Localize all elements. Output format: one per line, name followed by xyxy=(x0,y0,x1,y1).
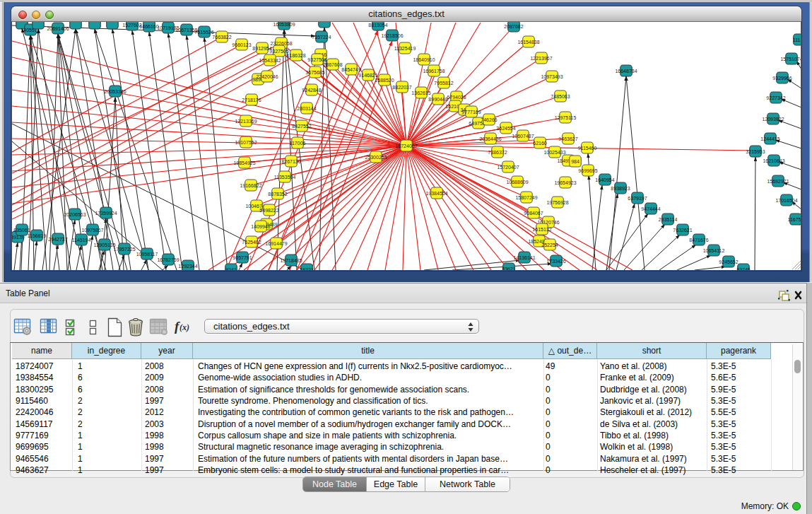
svg-text:19166822: 19166822 xyxy=(240,183,261,188)
svg-text:1292344: 1292344 xyxy=(178,264,197,269)
svg-text:16053809: 16053809 xyxy=(273,22,295,27)
svg-text:7632621: 7632621 xyxy=(673,228,692,233)
svg-text:11353594: 11353594 xyxy=(274,175,296,180)
svg-text:9474444: 9474444 xyxy=(641,206,660,211)
svg-text:15807249: 15807249 xyxy=(515,195,537,200)
svg-text:1362615: 1362615 xyxy=(411,90,430,95)
svg-text:10958117: 10958117 xyxy=(136,252,158,257)
svg-text:14136141: 14136141 xyxy=(513,255,535,260)
svg-text:5498222: 5498222 xyxy=(259,208,278,213)
svg-text:16648784: 16648784 xyxy=(615,69,637,74)
svg-text:8471676: 8471676 xyxy=(689,238,708,243)
svg-text:10025433: 10025433 xyxy=(543,150,565,155)
svg-text:2718176: 2718176 xyxy=(242,98,261,103)
svg-text:10688609: 10688609 xyxy=(506,180,528,185)
svg-text:984: 984 xyxy=(571,159,579,164)
svg-text:(x): (x) xyxy=(180,322,189,332)
svg-text:15751074: 15751074 xyxy=(780,57,801,62)
svg-text:7955812: 7955812 xyxy=(434,81,453,86)
svg-text:1244415: 1244415 xyxy=(760,136,779,141)
svg-text:1640954: 1640954 xyxy=(595,177,614,182)
svg-text:16210643: 16210643 xyxy=(763,158,784,163)
svg-text:1409948: 1409948 xyxy=(251,224,270,229)
svg-text:16154838: 16154838 xyxy=(517,40,539,45)
svg-text:17016504: 17016504 xyxy=(775,198,797,203)
svg-text:17359924: 17359924 xyxy=(95,211,117,216)
svg-text:9657791: 9657791 xyxy=(233,255,252,260)
svg-text:11123: 11123 xyxy=(793,37,801,42)
svg-text:9245652: 9245652 xyxy=(719,259,738,264)
svg-text:117006: 117006 xyxy=(290,141,306,146)
svg-text:8878352: 8878352 xyxy=(268,192,287,197)
svg-text:19718485: 19718485 xyxy=(280,258,302,263)
svg-text:12093822: 12093822 xyxy=(762,117,784,122)
svg-text:6794028: 6794028 xyxy=(447,95,466,100)
svg-text:7625402: 7625402 xyxy=(242,240,261,245)
svg-text:1733426: 1733426 xyxy=(546,259,565,264)
svg-text:2803144: 2803144 xyxy=(297,106,316,111)
svg-text:8454749: 8454749 xyxy=(341,67,360,72)
svg-text:9242848: 9242848 xyxy=(302,88,321,93)
svg-text:15720407: 15720407 xyxy=(497,165,519,170)
svg-text:15692971: 15692971 xyxy=(767,179,789,184)
svg-text:9084067: 9084067 xyxy=(524,211,543,216)
svg-text:12975115: 12975115 xyxy=(555,115,577,120)
svg-text:252254: 252254 xyxy=(541,243,558,247)
svg-text:19218506: 19218506 xyxy=(381,33,403,38)
svg-text:7386372: 7386372 xyxy=(488,150,507,155)
svg-text:16961758: 16961758 xyxy=(423,69,445,74)
svg-text:19384554: 19384554 xyxy=(425,191,447,196)
svg-text:20364436: 20364436 xyxy=(479,136,501,141)
svg-text:20691406: 20691406 xyxy=(47,26,69,31)
svg-text:7663822: 7663822 xyxy=(212,35,231,40)
svg-text:116753: 116753 xyxy=(788,217,801,222)
svg-text:2867608: 2867608 xyxy=(323,62,342,67)
svg-text:9329966: 9329966 xyxy=(772,76,792,81)
svg-text:12905135: 12905135 xyxy=(93,243,115,247)
svg-text:3624554: 3624554 xyxy=(496,126,515,131)
svg-text:8267130: 8267130 xyxy=(281,159,300,164)
svg-text:8186328: 8186328 xyxy=(286,53,305,58)
svg-text:6379197: 6379197 xyxy=(628,196,647,201)
svg-text:835061: 835061 xyxy=(13,228,30,233)
svg-text:16782759: 16782759 xyxy=(157,257,179,262)
svg-text:8822037: 8822037 xyxy=(392,85,411,90)
svg-text:93746: 93746 xyxy=(736,267,751,271)
svg-text:22420046: 22420046 xyxy=(256,74,278,79)
svg-text:3675685: 3675685 xyxy=(305,70,324,75)
svg-text:1145194: 1145194 xyxy=(72,238,91,243)
svg-text:10607487: 10607487 xyxy=(512,134,534,139)
svg-text:2087682: 2087682 xyxy=(504,24,523,29)
svg-text:8427552: 8427552 xyxy=(292,124,311,129)
svg-text:6466160: 6466160 xyxy=(139,24,158,29)
svg-text:9227342: 9227342 xyxy=(766,95,785,100)
svg-text:12213967: 12213967 xyxy=(530,56,552,61)
svg-text:8813054: 8813054 xyxy=(368,23,387,28)
svg-text:10107552: 10107552 xyxy=(235,140,257,145)
svg-text:9327508: 9327508 xyxy=(307,57,326,62)
svg-text:19756928: 19756928 xyxy=(546,200,568,205)
svg-text:9463627: 9463627 xyxy=(558,136,577,141)
svg-text:8990448: 8990448 xyxy=(428,97,447,102)
svg-text:20053346: 20053346 xyxy=(104,89,126,94)
svg-text:18223: 18223 xyxy=(300,267,314,271)
svg-text:20206563: 20206563 xyxy=(64,212,86,217)
svg-text:18640910: 18640910 xyxy=(413,57,435,62)
svg-text:1588520: 1588520 xyxy=(375,78,394,83)
svg-text:7515526: 7515526 xyxy=(194,30,213,35)
svg-text:17957225: 17957225 xyxy=(113,247,135,252)
svg-text:7357224: 7357224 xyxy=(312,35,331,40)
svg-text:2942737: 2942737 xyxy=(48,237,67,242)
svg-text:19654923: 19654923 xyxy=(554,180,576,185)
svg-text:8938923: 8938923 xyxy=(611,186,630,191)
svg-text:1615132: 1615132 xyxy=(532,227,551,232)
svg-text:10975867: 10975867 xyxy=(81,228,103,233)
svg-text:9146821: 9146821 xyxy=(358,73,377,78)
svg-text:25300255: 25300255 xyxy=(365,155,387,160)
svg-text:16914479: 16914479 xyxy=(265,241,287,246)
svg-text:10654112: 10654112 xyxy=(703,248,725,253)
svg-text:3215953: 3215953 xyxy=(746,149,765,154)
svg-text:83621: 83621 xyxy=(502,267,516,271)
svg-text:7485063: 7485063 xyxy=(551,94,570,99)
svg-text:9777169: 9777169 xyxy=(461,110,481,115)
